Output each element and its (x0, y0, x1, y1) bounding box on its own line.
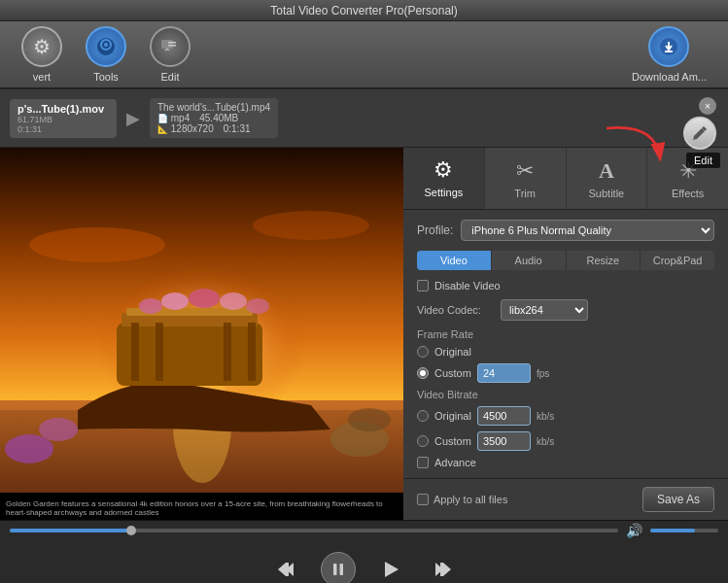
playback-bar: 🔊 (0, 520, 728, 583)
svg-rect-5 (168, 42, 176, 44)
frame-rate-original-radio[interactable] (417, 346, 429, 358)
advance-label: Advance (434, 457, 476, 468)
bitrate-custom-input[interactable] (477, 431, 531, 451)
target-filename: The world's...Tube(1).mp4 (157, 102, 270, 113)
tab-settings[interactable]: ⚙ Settings (403, 148, 485, 209)
target-duration: 0:1:31 (224, 123, 251, 134)
toolbar-convert-btn[interactable]: ⚙ vert (21, 26, 62, 83)
advance-checkbox[interactable] (417, 457, 429, 468)
volume-track[interactable] (650, 529, 718, 532)
svg-rect-25 (248, 323, 256, 381)
trim-tab-label: Trim (514, 188, 536, 199)
convert-icon: ⚙ (21, 26, 62, 67)
source-filename: p's...Tube(1).mov (17, 103, 109, 115)
toolbar-download-btn[interactable]: Download Am... (632, 26, 707, 83)
volume-icon: 🔊 (626, 523, 642, 538)
main-content: Golden Garden features a sensational 4k … (0, 148, 728, 520)
frame-rate-input[interactable] (477, 363, 531, 383)
frame-rate-custom-radio[interactable] (417, 367, 429, 379)
progress-area: 🔊 (0, 521, 728, 540)
source-file: p's...Tube(1).mov 61.71MB 0:1:31 (10, 99, 117, 138)
volume-fill (650, 529, 695, 532)
close-button[interactable]: × (699, 97, 716, 115)
apply-all-label: Apply to all files (433, 494, 507, 505)
svg-point-31 (5, 434, 53, 463)
disable-video-checkbox[interactable] (417, 280, 429, 292)
codec-row: Video Codec: libx264 (417, 299, 714, 321)
svg-point-30 (246, 298, 269, 314)
skip-back-button[interactable] (268, 552, 303, 584)
profile-label: Profile: (417, 223, 453, 237)
bitrate-original-row: Original kb/s (417, 406, 714, 426)
tab-trim[interactable]: ✂ Trim (485, 148, 567, 209)
sub-tab-audio[interactable]: Audio (492, 251, 567, 270)
tools-icon (86, 26, 126, 67)
toolbar-edit-btn[interactable]: Edit (150, 26, 191, 83)
tools-label: Tools (93, 71, 119, 83)
edit-icon (150, 26, 191, 67)
sub-tab-croppad[interactable]: Crop&Pad (641, 251, 714, 270)
svg-rect-39 (339, 564, 343, 575)
codec-select[interactable]: libx264 (501, 299, 588, 321)
video-preview: Golden Garden features a sensational 4k … (0, 148, 403, 520)
red-arrow-indicator (597, 119, 675, 171)
bitrate-original-unit: kb/s (537, 411, 554, 422)
svg-rect-3 (161, 40, 173, 49)
pause-button[interactable] (321, 552, 356, 584)
sub-tab-resize[interactable]: Resize (567, 251, 641, 270)
settings-panel: ⚙ Settings ✂ Trim A Subtitle ✳ Effects P… (403, 148, 728, 520)
disable-video-label: Disable Video (434, 280, 501, 292)
caption-text: Golden Garden features a sensational 4k … (6, 499, 383, 517)
effects-tab-label: Effects (672, 188, 704, 199)
svg-rect-6 (168, 45, 176, 47)
toolbar-tools-btn[interactable]: Tools (86, 26, 126, 83)
playback-controls (0, 540, 728, 583)
file-list: p's...Tube(1).mov 61.71MB 0:1:31 ▶ The w… (0, 89, 728, 148)
play-button[interactable] (373, 552, 408, 584)
sub-tabs: Video Audio Resize Crop&Pad (417, 251, 714, 270)
bitrate-custom-unit: kb/s (537, 436, 554, 447)
settings-content: Profile: iPhone 6 Plus Normal Quality Vi… (403, 210, 728, 478)
frame-rate-original-label: Original (434, 346, 471, 358)
svg-point-34 (348, 408, 391, 431)
skip-forward-button[interactable] (426, 552, 461, 584)
settings-tab-icon: ⚙ (433, 157, 453, 183)
progress-track[interactable] (10, 529, 618, 532)
settings-tab-label: Settings (425, 187, 464, 198)
toolbar: ⚙ vert Tools Edit Download Am... (0, 21, 728, 89)
profile-select[interactable]: iPhone 6 Plus Normal Quality (461, 220, 714, 241)
save-as-button[interactable]: Save As (642, 487, 714, 512)
download-label: Download Am... (632, 71, 707, 83)
apply-all-checkbox[interactable] (417, 494, 429, 505)
frame-rate-section: Frame Rate (417, 328, 714, 340)
svg-point-27 (161, 292, 189, 310)
disable-video-row: Disable Video (417, 280, 714, 292)
download-icon (648, 26, 689, 67)
edit-pencil-button[interactable] (683, 117, 716, 150)
target-file: The world's...Tube(1).mp4 📄 mp4 45.40MB … (150, 98, 278, 138)
edit-popup-label: Edit (686, 153, 720, 168)
edit-label: Edit (161, 71, 180, 83)
codec-select-wrapper: libx264 (501, 299, 588, 321)
title-bar: Total Video Converter Pro(Personal) (0, 0, 728, 21)
bitrate-original-label: Original (434, 410, 471, 422)
frame-rate-original-row: Original (417, 346, 714, 358)
advance-row: Advance (417, 457, 714, 468)
sub-tab-video[interactable]: Video (417, 251, 492, 270)
svg-point-26 (139, 298, 162, 314)
frame-rate-unit: fps (537, 368, 549, 379)
svg-point-15 (253, 211, 369, 240)
bitrate-custom-label: Custom (434, 435, 471, 447)
video-bitrate-section: Video Bitrate (417, 389, 714, 400)
convert-label: vert (33, 71, 51, 83)
trim-tab-icon: ✂ (516, 158, 534, 184)
progress-thumb[interactable] (126, 526, 136, 535)
subtitle-tab-label: Subtitle (589, 188, 625, 199)
svg-marker-40 (385, 562, 399, 577)
target-resolution: 📐 1280x720 (157, 123, 214, 134)
apply-all-row: Apply to all files (417, 494, 507, 505)
bitrate-original-input[interactable] (477, 406, 531, 426)
bitrate-original-radio[interactable] (417, 410, 429, 422)
bitrate-custom-radio[interactable] (417, 435, 429, 447)
svg-point-33 (39, 418, 78, 441)
